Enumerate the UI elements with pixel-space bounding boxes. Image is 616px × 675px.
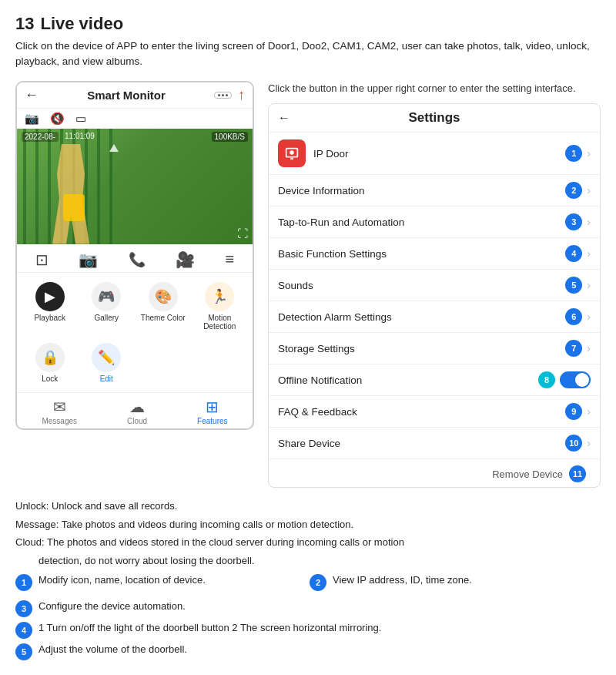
- settings-row-storage[interactable]: Storage Settings 7 ›: [269, 333, 600, 364]
- share-chevron: ›: [587, 437, 591, 449]
- gallery-icon: 🎮: [92, 282, 121, 311]
- note-cloud-line2: detection, do not worry about losing the…: [15, 553, 601, 569]
- numbered-note-3: 3 Configure the device automation.: [15, 600, 601, 617]
- feature-playback[interactable]: ▶ Playback: [23, 277, 77, 335]
- action-crop[interactable]: ⊡: [35, 250, 49, 269]
- ipdoor-label: IP Door: [313, 148, 565, 160]
- phone-mockup: ← Smart Monitor ↑ 📷 🔇 ▭: [15, 81, 254, 430]
- action-video[interactable]: 🎥: [176, 250, 195, 269]
- ipdoor-svg: [283, 145, 300, 162]
- settings-row-detection[interactable]: Detection Alarm Settings 6 ›: [269, 301, 600, 333]
- numbered-note-5: 5 Adjust the volume of the doorbell.: [15, 643, 601, 660]
- nav-features[interactable]: ⊞ Features: [197, 398, 227, 425]
- feature-gallery[interactable]: 🎮 Gallery: [80, 277, 134, 335]
- numbered-notes: 1 Modify icon, name, location of device.…: [15, 574, 601, 660]
- note-unlock: Unlock: Unlock and save all records.: [15, 499, 601, 514]
- action-row: ⊡ 📷 📞 🎥 ≡: [17, 244, 253, 273]
- faq-label: FAQ & Feedback: [278, 406, 565, 418]
- settings-row-device-info[interactable]: Device Information 2 ›: [269, 175, 600, 207]
- cloud-icon: ☁: [129, 398, 145, 416]
- phone-topbar: ← Smart Monitor ↑: [17, 82, 253, 109]
- video-feed: 2022-08- 11:01:09 100KB/S ⛶: [17, 129, 253, 244]
- action-call[interactable]: 📞: [129, 251, 146, 268]
- numbered-note-1: 1 Modify icon, name, location of device.: [15, 574, 306, 591]
- motion-label: Motion Detection: [195, 314, 246, 331]
- mute-icon[interactable]: 🔇: [50, 112, 65, 126]
- settings-row-tap-run[interactable]: Tap-to-Run and Automation 3 ›: [269, 207, 600, 238]
- settings-row-ipdoor[interactable]: IP Door 1 ›: [269, 133, 600, 175]
- sounds-label: Sounds: [278, 280, 565, 291]
- note3-text: Configure the device automation.: [38, 600, 186, 612]
- three-dots-button[interactable]: [214, 92, 232, 99]
- dot2: [222, 94, 224, 96]
- settings-note: Click the button in the upper right corn…: [268, 81, 601, 96]
- bottom-nav: ✉ Messages ☁ Cloud ⊞ Features: [17, 392, 253, 428]
- note1-text: Modify icon, name, location of device.: [38, 574, 206, 586]
- note5-badge: 5: [15, 643, 32, 660]
- svg-point-2: [290, 150, 294, 155]
- detection-chevron: ›: [587, 311, 591, 323]
- bottom-notes: Unlock: Unlock and save all records. Mes…: [15, 499, 601, 660]
- offline-label: Offline Notification: [278, 374, 538, 386]
- dot1: [218, 94, 220, 96]
- camera-icon[interactable]: 📷: [25, 112, 39, 126]
- section-number: 13: [15, 14, 34, 34]
- nav-cloud[interactable]: ☁ Cloud: [127, 398, 147, 425]
- detection-label: Detection Alarm Settings: [278, 311, 565, 323]
- storage-label: Storage Settings: [278, 343, 565, 354]
- note-message: Message: Take photos and videos during i…: [15, 517, 601, 532]
- action-menu[interactable]: ≡: [226, 250, 235, 268]
- camera-icons-row: 📷 🔇 ▭: [17, 109, 253, 129]
- basic-chevron: ›: [587, 247, 591, 260]
- nav-messages[interactable]: ✉ Messages: [42, 398, 77, 425]
- note2-badge: 2: [310, 574, 326, 591]
- feature-lock[interactable]: 🔒 Lock: [23, 338, 77, 388]
- feature-edit[interactable]: ✏️ Edit: [80, 338, 134, 388]
- remove-device-row: Remove Device 11: [269, 459, 600, 487]
- layout-icon[interactable]: ▭: [75, 112, 86, 126]
- feature-motion[interactable]: 🏃 Motion Detection: [193, 277, 247, 335]
- settings-back-icon[interactable]: ←: [278, 111, 290, 125]
- note2-text: View IP address, ID, time zone.: [333, 574, 472, 586]
- settings-title: Settings: [290, 110, 578, 126]
- detection-badge: 6: [565, 308, 582, 325]
- video-date: 2022-08-: [22, 132, 59, 142]
- remove-device-label[interactable]: Remove Device: [492, 468, 563, 480]
- section-header: 13 Live video: [15, 14, 601, 34]
- playback-label: Playback: [34, 314, 65, 322]
- video-time: 11:01:09: [65, 132, 95, 140]
- settings-row-offline[interactable]: Offline Notification 8: [269, 364, 600, 396]
- note5-text: Adjust the volume of the doorbell.: [38, 643, 187, 655]
- settings-row-share[interactable]: Share Device 10 ›: [269, 428, 600, 459]
- fullscreen-icon[interactable]: ⛶: [237, 227, 248, 240]
- backpack-visual: [63, 194, 85, 221]
- tap-run-chevron: ›: [587, 216, 591, 228]
- features-icon: ⊞: [206, 398, 219, 416]
- numbered-note-4: 4 1 Turn on/off the light of the doorbel…: [15, 622, 601, 639]
- share-label: Share Device: [278, 438, 565, 449]
- features-label: Features: [197, 417, 227, 425]
- feature-theme[interactable]: 🎨 Theme Color: [136, 277, 190, 335]
- note1-badge: 1: [15, 574, 32, 591]
- ipdoor-chevron: ›: [587, 147, 591, 160]
- settings-row-basic[interactable]: Basic Function Settings 4 ›: [269, 238, 600, 270]
- settings-row-faq[interactable]: FAQ & Feedback 9 ›: [269, 396, 600, 428]
- theme-label: Theme Color: [141, 314, 186, 322]
- lock-label: Lock: [42, 374, 58, 383]
- ipdoor-icon: [278, 139, 306, 167]
- note-cloud-line1: Cloud: The photos and videos stored in t…: [15, 535, 601, 550]
- tap-run-label: Tap-to-Run and Automation: [278, 217, 565, 228]
- action-photo[interactable]: 📷: [79, 250, 98, 269]
- offline-toggle[interactable]: [560, 371, 591, 388]
- faq-chevron: ›: [587, 405, 591, 418]
- settings-row-sounds[interactable]: Sounds 5 ›: [269, 270, 600, 301]
- cloud-label: Cloud: [127, 417, 147, 425]
- motion-indicator: [109, 144, 119, 152]
- edit-label: Edit: [100, 374, 113, 383]
- offline-badge: 8: [538, 371, 555, 388]
- red-arrow-icon: ↑: [238, 87, 245, 103]
- messages-icon: ✉: [53, 398, 66, 416]
- back-arrow-icon[interactable]: ←: [25, 87, 38, 103]
- video-bitrate: 100KB/S: [212, 132, 248, 142]
- phone-panel: ← Smart Monitor ↑ 📷 🔇 ▭: [15, 81, 254, 489]
